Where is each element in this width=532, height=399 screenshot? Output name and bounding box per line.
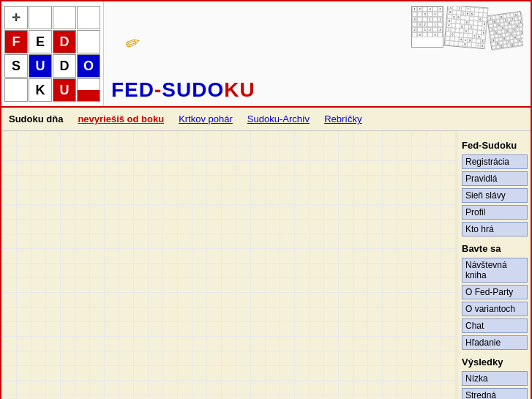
sidebar-btn-hladanie[interactable]: Hľadanie: [462, 335, 528, 350]
right-sidebar: Fed-Sudoku Registrácia Pravidlá Sieň slá…: [457, 131, 531, 399]
banner-area: ✏ 1246 35 413 321 2534 42 537 6195 986: [104, 1, 531, 106]
sidebar-btn-kto-hra[interactable]: Kto hrá: [462, 222, 528, 236]
logo-cell-s: S: [4, 54, 28, 78]
nav-archiv[interactable]: Sudoku-Archív: [247, 113, 310, 124]
logo-grid: ✛ F E D S U D O K U: [4, 6, 100, 102]
sidebar-btn-pravidla[interactable]: Pravidlá: [462, 171, 528, 186]
nav-krtkov[interactable]: Krtkov pohár: [179, 113, 233, 124]
sidebar-btn-variantoch[interactable]: O variantoch: [462, 302, 528, 316]
title-ku: KU: [224, 78, 255, 101]
logo-cell-blank4: [77, 30, 100, 53]
nav-rebricky[interactable]: Rebríčky: [324, 113, 361, 124]
logo-cell-blank2: [53, 6, 76, 29]
logo-cell-o: O: [77, 54, 100, 78]
nav-row: Sudoku dňa nevyriešiš od boku Krtkov poh…: [1, 108, 531, 131]
title-sudo: SUDO: [162, 78, 224, 101]
left-content: [1, 131, 457, 399]
sidebar-btn-chat[interactable]: Chat: [462, 318, 528, 333]
sidebar-btn-profil[interactable]: Profil: [462, 205, 528, 220]
title-fed: FED: [111, 78, 154, 101]
sudoku-decorations: ✏ 1246 35 413 321 2534 42 537 6195 986: [111, 6, 523, 57]
logo-cell-blank3: [77, 6, 100, 29]
fed-sudoku-section-title: Fed-Sudoku: [462, 140, 526, 151]
logo-cell-flag: [77, 78, 100, 102]
logo-cell-e: E: [29, 30, 52, 53]
logo-cell-d2: D: [53, 54, 76, 78]
puzzle-decorations: 1246 35 413 321 2534 42 537 6195 986 863…: [411, 6, 523, 48]
vysledky-section-title: Výsledky: [462, 357, 526, 368]
sidebar-btn-fed-party[interactable]: O Fed-Party: [462, 285, 528, 299]
logo-area: ✛ F E D S U D O K U: [1, 1, 104, 106]
nav-tagline[interactable]: nevyriešiš od boku: [78, 113, 164, 124]
sidebar-btn-registracia[interactable]: Registrácia: [462, 154, 528, 169]
pencil-icon: ✏: [123, 31, 143, 55]
logo-cell-k: K: [29, 78, 52, 102]
logo-cell-u2: U: [53, 78, 76, 102]
site-title: FED-SUDOKU: [111, 78, 255, 102]
sidebar-btn-navst-kniha[interactable]: Návštevná kniha: [462, 258, 528, 283]
sidebar-btn-stredna[interactable]: Stredná: [462, 388, 528, 399]
outer-wrapper: ✛ F E D S U D O K U: [0, 0, 532, 399]
sidebar-btn-sien-slavy[interactable]: Sieň slávy: [462, 188, 528, 203]
title-dash: -: [154, 78, 162, 101]
bavte-sa-section-title: Bavte sa: [462, 243, 526, 254]
logo-cell-u: U: [29, 54, 52, 78]
logo-cell-d: D: [53, 30, 76, 53]
content-area: Fed-Sudoku Registrácia Pravidlá Sieň slá…: [1, 131, 531, 399]
logo-cell-blank1: [29, 6, 52, 29]
header: ✛ F E D S U D O K U: [1, 1, 531, 108]
sudoku-dna-label: Sudoku dňa: [9, 113, 63, 124]
sidebar-btn-nizka[interactable]: Nízka: [462, 371, 528, 386]
logo-cell-cross: ✛: [4, 6, 28, 29]
logo-cell-blank5: [4, 78, 28, 102]
logo-cell-f: F: [4, 30, 28, 53]
